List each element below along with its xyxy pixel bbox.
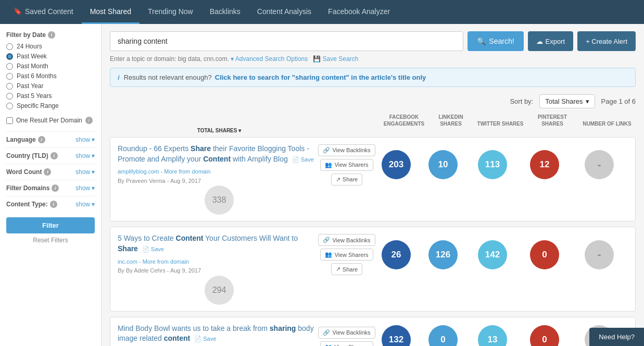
share-icon: ↗ (336, 176, 340, 183)
reset-filters-link[interactable]: Reset Filters (6, 237, 95, 244)
filter-domains-info-icon[interactable]: i (52, 184, 59, 192)
domain-link-1[interactable]: amplifyblog.com (118, 168, 159, 175)
col-tw: Twitter Shares (474, 120, 526, 127)
date-option-week[interactable]: Past Week (6, 53, 95, 60)
page-indicator: Page 1 of 6 (601, 97, 636, 105)
need-help-button[interactable]: Need Help? (589, 328, 644, 346)
stat-li-3: 0 (420, 325, 466, 346)
country-info-icon[interactable]: i (50, 152, 58, 159)
stat-li-2: 126 (420, 240, 466, 269)
search-input[interactable] (110, 31, 463, 51)
search-input-wrap (110, 31, 463, 51)
view-sharers-btn-3[interactable]: 👥 View Sharers (320, 341, 373, 346)
date-option-month[interactable]: Past Month (6, 63, 95, 70)
sort-select[interactable]: Total Shares ▾ (539, 94, 595, 108)
nav-content-analysis[interactable]: Content Analysis (249, 0, 320, 24)
stat-links-1: - (571, 150, 628, 179)
filter-date-info-icon[interactable]: i (48, 31, 55, 39)
one-result-row: One Result Per Domain i (6, 117, 95, 124)
view-sharers-btn-2[interactable]: 👥 View Sharers (320, 249, 373, 261)
main-content: 🔍 Search! ☁ Export + Create Alert Enter … (102, 24, 644, 346)
nav-saved-content[interactable]: 🔖 Saved Content (5, 0, 82, 24)
stat-tw-3: 13 (466, 325, 519, 346)
language-show-btn[interactable]: show ▾ (75, 136, 95, 143)
pi-circle-3: 0 (530, 325, 559, 346)
nav-backlinks[interactable]: Backlinks (201, 0, 249, 24)
fb-circle-2: 26 (382, 240, 411, 269)
one-result-checkbox[interactable] (6, 117, 13, 124)
content-type-show-btn[interactable]: show ▾ (75, 201, 95, 208)
view-sharers-btn-1[interactable]: 👥 View Sharers (320, 159, 373, 171)
date-option-24h[interactable]: 24 Hours (6, 43, 95, 50)
date-option-year[interactable]: Past Year (6, 82, 95, 90)
stat-pi-1: 12 (519, 150, 571, 179)
share-btn-1[interactable]: ↗ Share (331, 174, 362, 186)
date-radio-6months[interactable] (6, 73, 13, 80)
save-link-2[interactable]: 📄 Save (142, 246, 164, 252)
date-radio-24h[interactable] (6, 43, 13, 50)
date-radio-month[interactable] (6, 63, 13, 70)
word-count-info-icon[interactable]: i (44, 168, 51, 176)
save-link-1[interactable]: 📄 Save (292, 156, 314, 163)
word-count-filter-row[interactable]: Word Count i show ▾ (6, 164, 95, 180)
top-nav: 🔖 Saved Content Most Shared Trending Now… (0, 0, 644, 24)
stat-total-1: 338 (118, 186, 321, 215)
col-total[interactable]: Total Shares ▾ (110, 127, 329, 134)
word-count-show-btn[interactable]: show ▾ (75, 168, 95, 176)
save-icon: 💾 (313, 55, 321, 63)
col-li: LinkedIn Shares (427, 114, 474, 127)
one-result-info-icon[interactable]: i (85, 117, 93, 124)
relevance-link[interactable]: Click here to search for "sharing conten… (215, 73, 426, 81)
result-title-1[interactable]: Roundup - 66 Experts Share their Favorit… (118, 144, 314, 164)
tw-circle-2: 142 (478, 240, 507, 269)
date-radio-week[interactable] (6, 53, 13, 60)
date-option-5years[interactable]: Past 5 Years (6, 92, 95, 100)
stat-pi-2: 0 (519, 240, 571, 269)
backlinks-icon: 🔗 (323, 147, 330, 154)
nav-facebook-analyzer[interactable]: Facebook Analyzer (320, 0, 398, 24)
save-search-link[interactable]: 💾 Save Search (313, 55, 358, 63)
country-filter-row[interactable]: Country (TLD) i show ▾ (6, 147, 95, 164)
nav-most-shared[interactable]: Most Shared (82, 0, 140, 24)
language-info-icon[interactable]: i (38, 136, 45, 143)
date-radio-range[interactable] (6, 103, 13, 109)
result-info-3: Mind Body Bowl wants us to take a break … (118, 324, 321, 346)
export-button[interactable]: ☁ Export (528, 31, 574, 51)
result-title-3[interactable]: Mind Body Bowl wants us to take a break … (118, 324, 314, 344)
search-button[interactable]: 🔍 Search! (468, 31, 523, 51)
nav-trending-now[interactable]: Trending Now (140, 0, 201, 24)
filter-domains-show-btn[interactable]: show ▾ (75, 184, 95, 192)
save-link-3[interactable]: 📄 Save (194, 336, 216, 342)
view-backlinks-btn-2[interactable]: 🔗 View Backlinks (318, 234, 375, 246)
sort-page-row: Sort by: Total Shares ▾ Page 1 of 6 (110, 94, 636, 108)
content-type-info-icon[interactable]: i (50, 201, 57, 208)
domain-link-2[interactable]: inc.com (118, 258, 137, 265)
li-circle-3: 0 (428, 325, 458, 346)
result-info-1: Roundup - 66 Experts Share their Favorit… (118, 144, 321, 186)
result-title-2[interactable]: 5 Ways to Create Content Your Customers … (118, 233, 314, 254)
language-filter-row[interactable]: Language i show ▾ (6, 131, 95, 147)
links-circle-1: - (585, 150, 614, 179)
view-backlinks-btn-3[interactable]: 🔗 View Backlinks (318, 327, 375, 339)
view-backlinks-btn-1[interactable]: 🔗 View Backlinks (318, 144, 375, 156)
share-btn-2[interactable]: ↗ Share (331, 263, 362, 275)
more-from-2[interactable]: More from domain (143, 258, 189, 265)
date-option-range[interactable]: Specific Range (6, 102, 95, 109)
advanced-search-link[interactable]: ▾ Advanced Search Options (231, 55, 309, 63)
date-radio-year[interactable] (6, 83, 13, 90)
create-alert-button[interactable]: + Create Alert (577, 31, 636, 51)
date-radio-5years[interactable] (6, 93, 13, 100)
filter-domains-row[interactable]: Filter Domains i show ▾ (6, 180, 95, 196)
col-fb: Facebook Engagements (381, 114, 427, 127)
more-from-1[interactable]: More from domain (164, 168, 210, 175)
filter-button[interactable]: Filter (6, 217, 95, 233)
country-show-btn[interactable]: show ▾ (75, 152, 95, 159)
stat-pi-3: 0 (519, 325, 571, 346)
total-circle-1: 338 (205, 186, 234, 215)
search-hint: Enter a topic or domain: big data, cnn.c… (110, 55, 636, 63)
content-type-filter-row[interactable]: Content Type: i show ▾ (6, 196, 95, 212)
column-headers: Facebook Engagements LinkedIn Shares Twi… (110, 114, 636, 137)
chevron-down-icon: ▾ (586, 97, 589, 105)
date-option-6months[interactable]: Past 6 Months (6, 72, 95, 80)
result-meta-2: inc.com - More from domain By By Adele C… (118, 257, 314, 276)
